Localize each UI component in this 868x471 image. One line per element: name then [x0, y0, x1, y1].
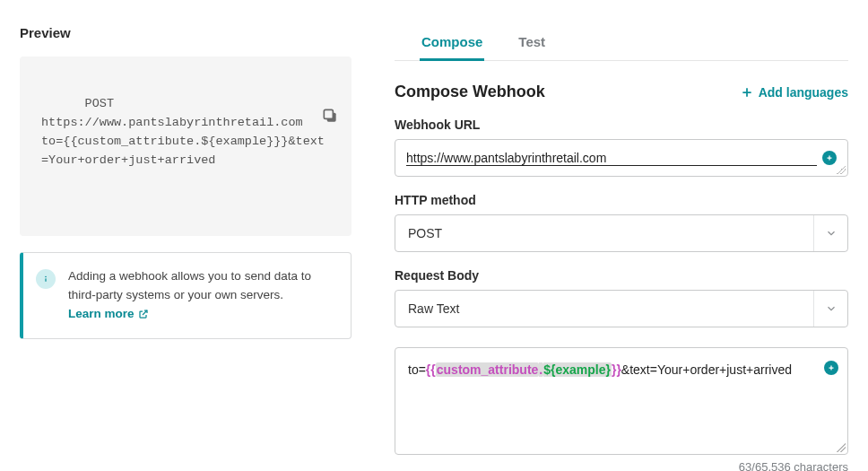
- svg-rect-3: [45, 278, 46, 282]
- learn-more-link[interactable]: Learn more: [68, 305, 149, 324]
- body-custom-attribute-token: custom_attribute: [436, 362, 540, 377]
- body-example-token: ${example}: [542, 362, 612, 377]
- body-text-prefix: to=: [408, 362, 426, 377]
- info-text: Adding a webhook allows you to send data…: [68, 269, 311, 301]
- info-callout: Adding a webhook allows you to send data…: [20, 252, 352, 339]
- tab-compose[interactable]: Compose: [420, 25, 484, 61]
- preview-text: POST https://www.pantslabyrinthretail.co…: [41, 97, 325, 167]
- body-brace-open: {{: [426, 362, 436, 377]
- svg-point-2: [45, 276, 47, 278]
- personalization-add-button[interactable]: [824, 361, 838, 375]
- http-method-label: HTTP method: [395, 193, 848, 207]
- resize-handle-icon: [837, 165, 846, 174]
- webhook-url-label: Webhook URL: [395, 118, 848, 132]
- http-method-select[interactable]: POST: [395, 214, 848, 252]
- http-method-value: POST: [408, 226, 442, 240]
- info-icon: [36, 269, 56, 289]
- tabs: Compose Test: [395, 25, 848, 61]
- webhook-url-value: https://www.pantslabyrinthretail.com: [406, 151, 817, 166]
- preview-box: POST https://www.pantslabyrinthretail.co…: [20, 57, 352, 236]
- add-languages-label: Add languages: [759, 85, 848, 100]
- svg-rect-1: [324, 109, 333, 118]
- request-body-type-select[interactable]: Raw Text: [395, 290, 848, 327]
- request-body-label: Request Body: [395, 268, 848, 283]
- chevron-down-icon: [813, 215, 847, 251]
- external-link-icon: [138, 309, 149, 319]
- tab-test[interactable]: Test: [516, 25, 547, 61]
- body-brace-close: }}: [612, 362, 621, 377]
- chevron-down-icon: [813, 291, 847, 327]
- request-body-type-value: Raw Text: [408, 301, 459, 316]
- body-text-suffix: &text=Your+order+just+arrived: [621, 362, 792, 377]
- plus-icon: [741, 86, 753, 99]
- copy-icon[interactable]: [321, 69, 339, 87]
- resize-handle-icon: [837, 443, 846, 452]
- preview-title: Preview: [20, 25, 352, 40]
- request-body-editor[interactable]: to={{custom_attribute.${example}}}&text=…: [395, 347, 848, 455]
- personalization-add-button[interactable]: [822, 151, 837, 165]
- character-count: 63/65,536 characters: [395, 460, 848, 471]
- webhook-url-input[interactable]: https://www.pantslabyrinthretail.com: [395, 139, 848, 177]
- compose-header: Compose Webhook: [395, 83, 545, 101]
- learn-more-label: Learn more: [68, 305, 135, 324]
- add-languages-button[interactable]: Add languages: [741, 85, 848, 100]
